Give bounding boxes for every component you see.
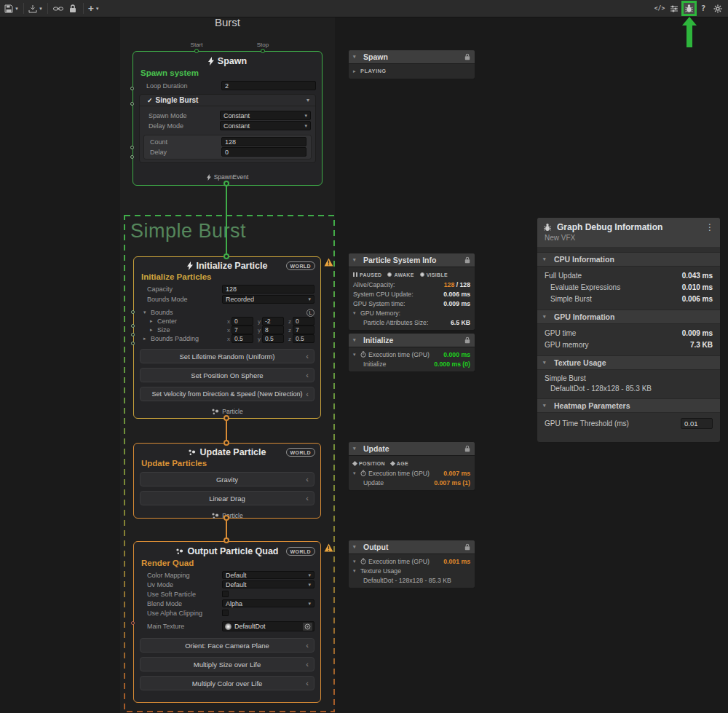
chevron-down-icon[interactable]: ▾	[306, 97, 309, 103]
foldout-caret-icon[interactable]: ▾	[543, 403, 548, 409]
count-port[interactable]	[130, 146, 134, 149]
bounds-padding-y-field[interactable]: 0.5	[262, 334, 284, 343]
size-y-field[interactable]: 8	[262, 326, 284, 334]
lock-icon[interactable]	[464, 543, 470, 551]
stop-flow-port[interactable]	[261, 49, 265, 53]
collapse-chevron-icon[interactable]: ‹	[306, 661, 309, 669]
warning-icon[interactable]	[324, 258, 333, 267]
loop-duration-port[interactable]	[130, 87, 134, 90]
output-node[interactable]: Output Particle Quad WORLD Render Quad C…	[133, 541, 321, 703]
block-set-position[interactable]: Set Position On Sphere ‹	[140, 368, 314, 382]
collapse-chevron-icon[interactable]: ‹	[306, 352, 309, 361]
foldout-caret-icon[interactable]: ▾	[353, 257, 358, 263]
bounds-padding-x-field[interactable]: 0.5	[232, 334, 253, 343]
lock-icon[interactable]	[464, 336, 470, 344]
center-z-field[interactable]: 0	[293, 317, 314, 326]
bounds-padding-z-field[interactable]: 0.5	[293, 334, 314, 343]
lock-icon[interactable]	[464, 256, 470, 264]
output-input-port[interactable]	[223, 537, 229, 543]
foldout-caret-icon[interactable]: ▸	[150, 327, 155, 333]
foldout-caret-icon[interactable]: ▾	[543, 314, 548, 320]
collapse-chevron-icon[interactable]: ‹	[306, 476, 309, 484]
foldout-caret-icon[interactable]: ▾	[353, 559, 358, 564]
foldout-caret-icon[interactable]: ▸	[143, 336, 149, 342]
foldout-caret-icon[interactable]: ▾	[353, 352, 358, 358]
block-set-velocity[interactable]: Set Velocity from Direction & Speed (New…	[140, 387, 314, 401]
node-header[interactable]: Output Particle Quad WORLD	[134, 545, 320, 557]
foldout-caret-icon[interactable]: ▾	[353, 310, 358, 316]
space-toggle[interactable]: L	[306, 309, 314, 317]
texture-usage-section[interactable]: ▾ Texture Usage	[537, 355, 720, 370]
system-group-label[interactable]: Simple Burst	[130, 220, 246, 243]
center-y-field[interactable]: -2	[262, 317, 284, 326]
delay-field[interactable]: 0	[221, 147, 306, 157]
foldout-caret-icon[interactable]: ▸	[353, 68, 358, 74]
size-x-field[interactable]: 7	[232, 326, 253, 334]
panel-header[interactable]: ▾ Output	[348, 540, 475, 554]
count-field[interactable]: 128	[221, 137, 306, 146]
link-button[interactable]	[51, 1, 66, 16]
settings-button[interactable]	[711, 1, 725, 16]
collapse-chevron-icon[interactable]: ‹	[306, 371, 309, 379]
cpu-information-section[interactable]: ▾ CPU Information	[537, 252, 720, 267]
bounds-port[interactable]	[131, 310, 135, 314]
single-burst-block[interactable]: ✓ Single Burst ▾ Spawn Mode Constant Del…	[139, 94, 316, 163]
block-multiply-color[interactable]: Multiply Color over Life ‹	[140, 676, 314, 690]
kebab-menu-icon[interactable]: ⋮	[705, 222, 714, 232]
center-x-field[interactable]: 0	[232, 317, 253, 326]
node-header[interactable]: Spawn	[133, 55, 322, 67]
initialize-node[interactable]: Initialize Particle WORLD Initialize Par…	[133, 256, 321, 419]
panel-header[interactable]: ▾ Spawn	[348, 50, 475, 64]
update-input-port[interactable]	[223, 440, 229, 446]
object-picker-icon[interactable]	[303, 623, 312, 631]
collapse-chevron-icon[interactable]: ‹	[306, 679, 309, 688]
main-texture-object-field[interactable]: DefaultDot	[222, 621, 314, 631]
block-multiply-size[interactable]: Multiply Size over Life ‹	[140, 657, 314, 671]
foldout-caret-icon[interactable]: ▾	[543, 360, 548, 366]
panel-header[interactable]: ▾ Particle System Info	[348, 253, 475, 267]
foldout-caret-icon[interactable]: ▾	[353, 470, 358, 476]
color-mapping-dropdown[interactable]: Default	[222, 571, 314, 579]
foldout-caret-icon[interactable]: ▾	[353, 544, 358, 550]
attach-button[interactable]: ▼	[27, 1, 44, 16]
foldout-caret-icon[interactable]: ▾	[353, 54, 358, 60]
initialize-input-port[interactable]	[223, 253, 229, 259]
spawn-mode-dropdown[interactable]: Constant	[220, 111, 311, 120]
panel-header[interactable]: ▾ Update	[348, 441, 475, 456]
lock-icon[interactable]	[464, 53, 470, 60]
block-orient[interactable]: Orient: Face Camera Plane ‹	[140, 638, 314, 653]
collapse-chevron-icon[interactable]: ‹	[306, 642, 309, 650]
heatmap-parameters-section[interactable]: ▾ Heatmap Parameters	[537, 398, 720, 413]
add-button[interactable]: + ▼	[87, 1, 101, 16]
foldout-caret-icon[interactable]: ▾	[143, 310, 149, 315]
start-flow-port[interactable]	[194, 49, 199, 53]
delay-port[interactable]	[130, 155, 134, 159]
panel-header[interactable]: ▾ Initialize	[348, 333, 475, 347]
foldout-caret-icon[interactable]: ▾	[353, 337, 358, 343]
gpu-threshold-input[interactable]	[681, 418, 713, 429]
foldout-caret-icon[interactable]: ▾	[543, 256, 548, 262]
capacity-field[interactable]: 128	[222, 285, 314, 294]
update-node[interactable]: Update Particle WORLD Update Particles G…	[133, 443, 321, 519]
check-icon[interactable]: ✓	[147, 97, 153, 104]
collapse-chevron-icon[interactable]: ‹	[306, 495, 309, 503]
update-output-port[interactable]	[223, 515, 229, 521]
block-linear-drag[interactable]: Linear Drag ‹	[140, 491, 314, 505]
bounds-mode-dropdown[interactable]: Recorded	[222, 295, 314, 304]
lock-icon[interactable]	[464, 445, 470, 452]
blend-mode-dropdown[interactable]: Alpha	[222, 599, 314, 607]
foldout-caret-icon[interactable]: ▾	[353, 446, 358, 452]
block-gravity[interactable]: Gravity ‹	[140, 472, 314, 487]
collapse-chevron-icon[interactable]: ‹	[306, 390, 309, 398]
single-burst-port[interactable]	[130, 102, 134, 106]
spawn-node[interactable]: Start Stop Spawn Spawn system Loop Durat…	[132, 51, 323, 186]
lock-button[interactable]	[66, 1, 80, 16]
save-button[interactable]: ▼	[3, 1, 20, 16]
node-header[interactable]: Update Particle WORLD	[134, 447, 320, 457]
spawn-output-port[interactable]	[223, 181, 229, 186]
delay-mode-dropdown[interactable]: Constant	[220, 121, 311, 130]
center-port[interactable]	[131, 324, 135, 328]
foldout-caret-icon[interactable]: ▸	[150, 318, 155, 324]
control-panel-button[interactable]	[667, 1, 681, 16]
panel-header[interactable]: Graph Debug Information ⋮	[537, 218, 720, 233]
